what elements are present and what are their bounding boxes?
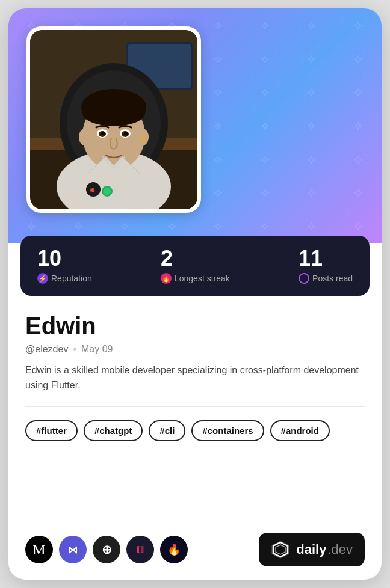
appwrite-icon[interactable]: ⟦⟧ [126,536,154,563]
card-footer: M⋈⊕⟦⟧🔥 daily .dev [8,523,382,580]
posts-icon [299,273,309,284]
join-date: May 09 [81,344,113,355]
stat-posts: 11 Posts read [299,248,353,284]
svg-text:❋: ❋ [90,187,95,194]
meta-dot: • [73,344,76,355]
user-handle: @elezdev [25,344,68,355]
codepen-icon[interactable]: ⊕ [93,536,120,563]
brand-badge: daily .dev [259,533,365,566]
card-header: ⟡⟡⟡⟡⟡⟡⟡⟡ ⟡⟡⟡⟡⟡⟡⟡⟡ ⟡⟡⟡⟡⟡⟡⟡⟡ ⟡⟡⟡⟡⟡⟡⟡⟡ ⟡⟡⟡⟡… [8,8,382,243]
tag-item: #chatgpt [84,420,143,441]
streak-label: 🔥 Longest streak [161,273,230,284]
tags-row: #flutter#chatgpt#cli#containers#android [25,420,365,441]
streak-number: 2 [161,248,230,269]
tag-item: #cli [149,420,185,441]
svg-point-24 [104,188,111,195]
reputation-icon: ⚡ [37,273,48,284]
stats-bar: 10 ⚡ Reputation 2 🔥 Longest streak 11 Po… [20,236,370,296]
dailydev-logo-icon [271,540,290,559]
platform-icons: M⋈⊕⟦⟧🔥 [25,536,188,563]
stat-reputation: 10 ⚡ Reputation [37,248,92,284]
stat-streak: 2 🔥 Longest streak [161,248,230,284]
posts-label-text: Posts read [312,274,353,283]
brand-tld: .dev [327,542,353,557]
posts-label: Posts read [299,273,353,284]
posts-number: 11 [299,248,353,269]
profile-card: ⟡⟡⟡⟡⟡⟡⟡⟡ ⟡⟡⟡⟡⟡⟡⟡⟡ ⟡⟡⟡⟡⟡⟡⟡⟡ ⟡⟡⟡⟡⟡⟡⟡⟡ ⟡⟡⟡⟡… [8,8,382,580]
freecodecamp-icon[interactable]: 🔥 [160,536,188,563]
reputation-label: ⚡ Reputation [37,273,92,284]
brand-text: daily .dev [296,542,353,557]
svg-point-11 [82,100,145,126]
medium-icon[interactable]: M [25,536,53,563]
tag-item: #android [270,420,330,441]
user-bio: Edwin is a skilled mobile developer spec… [25,363,365,393]
card-body: Edwin @elezdev • May 09 Edwin is a skill… [8,296,382,523]
brand-name: daily [296,542,326,557]
divider [25,406,365,407]
tag-item: #flutter [25,420,78,441]
reputation-number: 10 [37,248,92,269]
user-meta: @elezdev • May 09 [25,344,365,355]
user-name: Edwin [25,313,365,339]
reputation-label-text: Reputation [51,274,92,283]
streak-icon: 🔥 [161,273,172,284]
svg-point-20 [124,132,128,135]
geekbot-icon[interactable]: ⋈ [59,536,87,563]
svg-point-12 [79,129,91,145]
tag-item: #containers [191,420,264,441]
avatar: ❋ [30,30,197,209]
svg-point-19 [101,132,105,135]
streak-label-text: Longest streak [175,274,230,283]
avatar-wrapper: ❋ [26,26,201,213]
